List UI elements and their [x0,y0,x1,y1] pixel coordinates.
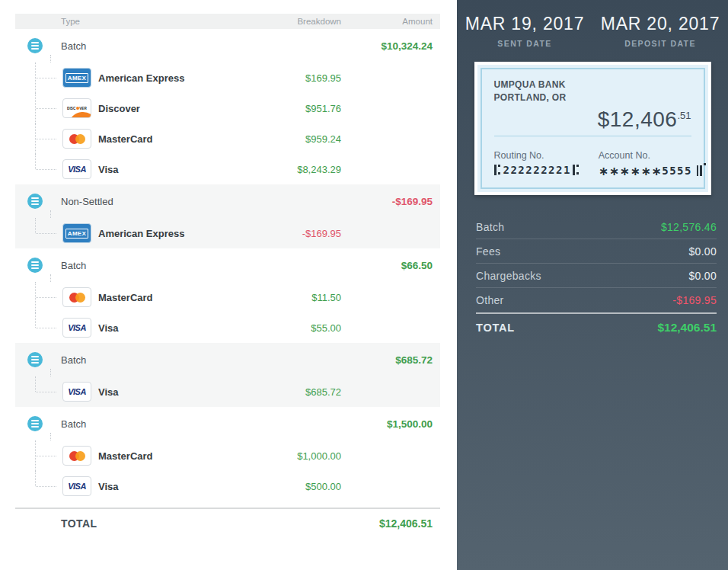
batch-group-row[interactable]: Non-Settled -$169.95 [15,184,440,218]
check-amount: $12,406 [598,107,678,131]
card-breakdown-row: AMEX American Express -$169.95 [15,218,440,248]
micr-onus-icon [697,165,702,176]
card-breakdown-row: VISA Visa $500.00 [15,471,440,501]
table-total-label: TOTAL [15,517,341,530]
sent-date-block: MAR 19, 2017 SENT DATE [457,9,592,48]
discover-card-icon: DISCVER [62,98,91,118]
column-header-breakdown: Breakdown [250,17,341,26]
summary-row-value: $0.00 [688,270,717,282]
routing-number: 222222221 [503,164,571,176]
card-name: Visa [98,386,250,398]
account-block: Account No. ∗∗∗∗∗∗ 5555 [599,150,691,178]
card-breakdown-amount: $169.95 [250,72,341,84]
summary-row: Fees $0.00 [476,239,717,264]
batch-type-label: Non-Settled [61,196,250,207]
card-breakdown-amount: $500.00 [250,481,341,492]
check-amount-row: $12,406.51 [494,107,691,136]
summary-total-label: TOTAL [476,322,515,334]
deposit-date-value: MAR 20, 2017 [592,14,728,34]
card-breakdown-amount: $685.72 [250,386,341,398]
batch-type-label: Batch [61,260,250,271]
account-last-digits: 5555 [662,165,692,177]
summary-row-label: Other [476,294,504,306]
batch-group: Batch $685.72 VISA Visa $685.72 [15,343,440,407]
account-label: Account No. [599,150,691,161]
routing-number-line: 222222221 [494,164,599,176]
card-name: MasterCard [98,450,250,462]
card-breakdown-row: VISA Visa $8,243.29 [15,154,440,184]
card-breakdown-row: MasterCard $11.50 [15,282,440,312]
mastercard-card-icon [62,287,91,307]
summary-row-label: Chargebacks [476,270,541,282]
batch-amount: $1,500.00 [341,418,433,430]
batch-children: AMEX American Express -$169.95 [15,218,440,248]
visa-card-icon: VISA [62,476,91,496]
card-breakdown-amount: $959.24 [250,133,341,145]
batch-type-label: Batch [61,40,250,52]
batch-type-label: Batch [61,354,250,366]
batch-group: Batch $1,500.00 MasterCard $1,000.00 VIS… [15,407,440,501]
tree-connector [15,440,62,471]
batch-group: Batch $10,324.24 AMEX American Express $… [15,29,440,184]
card-breakdown-amount: $951.76 [250,103,341,114]
visa-card-icon: VISA [62,382,91,402]
card-breakdown-amount: $1,000.00 [250,450,341,462]
list-icon [27,38,43,53]
card-name: Discover [98,103,250,114]
summary-row: Other -$169.95 [476,288,717,312]
list-icon [27,258,43,273]
batch-group: Batch $66.50 MasterCard $11.50 VISA Visa… [15,248,440,343]
summary-row: Chargebacks $0.00 [476,264,717,288]
batch-groups: Batch $10,324.24 AMEX American Express $… [15,29,440,501]
mastercard-card-icon [62,446,91,466]
card-name: MasterCard [98,292,250,303]
tree-connector [15,123,62,154]
account-masked-digits: ∗∗∗∗∗∗ [599,164,662,178]
micr-transit-icon [494,165,500,175]
amex-card-icon: AMEX [62,223,91,243]
batch-group-row[interactable]: Batch $685.72 [15,343,440,376]
tree-connector [15,471,62,501]
summary-row-label: Fees [476,245,500,258]
tree-connector [15,154,62,184]
card-breakdown-row: AMEX American Express $169.95 [15,62,440,93]
micr-transit-icon [573,165,579,175]
batch-amount: $66.50 [341,260,433,271]
card-name: Visa [98,164,250,175]
sent-date-value: MAR 19, 2017 [457,14,592,34]
deposit-detail-view: Type Breakdown Amount Batch $10,324.24 A… [0,0,728,570]
table-total-row: TOTAL $12,406.51 [15,509,440,538]
card-breakdown-amount: -$169.95 [250,228,341,239]
list-icon [27,352,43,367]
date-header: MAR 19, 2017 SENT DATE MAR 20, 2017 DEPO… [457,9,728,48]
card-breakdown-row: DISCVER Discover $951.76 [15,93,440,123]
batch-group-row[interactable]: Batch $1,500.00 [15,407,440,440]
batch-children: AMEX American Express $169.95 DISCVER Di… [15,62,440,184]
batch-amount: $685.72 [341,354,433,366]
batch-group-row[interactable]: Batch $10,324.24 [15,29,440,62]
card-breakdown-amount: $11.50 [250,292,341,303]
deposit-date-label: DEPOSIT DATE [592,39,728,48]
summary-row-value: $12,576.46 [661,221,717,233]
card-breakdown-amount: $55.00 [250,322,341,334]
check-micr-section: Routing No. 222222221 Account No. ∗∗∗∗∗∗… [494,150,691,178]
batch-type-label: Batch [61,418,250,430]
table-total-amount: $12,406.51 [341,517,433,530]
batch-children: MasterCard $1,000.00 VISA Visa $500.00 [15,440,440,501]
bank-location: PORTLAND, OR [494,91,691,104]
batch-table-panel: Type Breakdown Amount Batch $10,324.24 A… [0,0,457,570]
summary-row: Batch $12,576.46 [476,215,717,239]
batch-group: Non-Settled -$169.95 AMEX American Expre… [15,184,440,248]
card-breakdown-row: MasterCard $1,000.00 [15,440,440,471]
batch-children: MasterCard $11.50 VISA Visa $55.00 [15,282,440,343]
sent-date-label: SENT DATE [457,39,592,48]
deposit-check: UMPQUA BANK PORTLAND, OR $12,406.51 Rout… [474,62,711,195]
batch-group-row[interactable]: Batch $66.50 [15,248,440,282]
card-breakdown-row: VISA Visa $685.72 [15,376,440,407]
deposit-summary: Batch $12,576.46 Fees $0.00 Chargebacks … [476,215,717,341]
tree-connector [15,376,62,407]
deposit-check-inner: UMPQUA BANK PORTLAND, OR $12,406.51 Rout… [481,68,705,189]
batch-amount: $10,324.24 [341,40,433,52]
account-number-line: ∗∗∗∗∗∗ 5555 [599,164,691,178]
card-breakdown-row: VISA Visa $55.00 [15,312,440,343]
